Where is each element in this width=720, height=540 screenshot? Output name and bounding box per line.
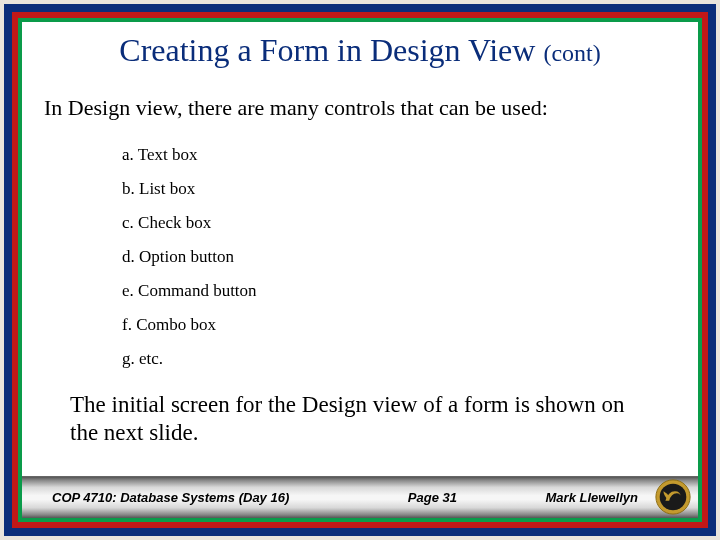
list-item: e. Command button <box>122 275 678 309</box>
list-item: c. Check box <box>122 207 678 241</box>
closing-text: The initial screen for the Design view o… <box>22 385 698 446</box>
controls-list: a. Text box b. List box c. Check box d. … <box>22 133 698 385</box>
slide-content: Creating a Form in Design View (cont) In… <box>22 22 698 518</box>
list-item: d. Option button <box>122 241 678 275</box>
title-main: Creating a Form in Design View <box>119 32 543 68</box>
intro-text: In Design view, there are many controls … <box>22 75 698 133</box>
footer-bar: COP 4710: Database Systems (Day 16) Page… <box>22 476 698 518</box>
slide-title: Creating a Form in Design View (cont) <box>22 22 698 75</box>
title-cont: (cont) <box>543 40 600 66</box>
list-item: g. etc. <box>122 343 678 377</box>
list-item: f. Combo box <box>122 309 678 343</box>
svg-point-1 <box>660 484 687 511</box>
list-item: a. Text box <box>122 139 678 173</box>
list-item: b. List box <box>122 173 678 207</box>
footer-page: Page 31 <box>289 490 545 505</box>
footer-course: COP 4710: Database Systems (Day 16) <box>22 490 289 505</box>
pegasus-logo-icon <box>654 478 692 516</box>
